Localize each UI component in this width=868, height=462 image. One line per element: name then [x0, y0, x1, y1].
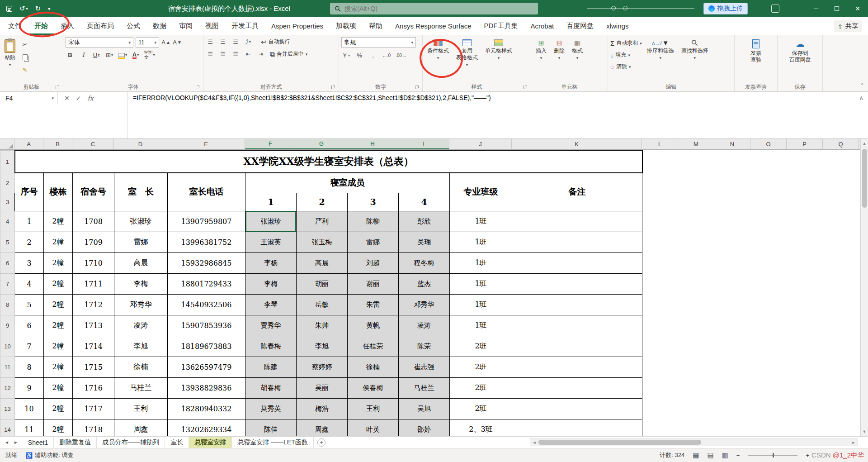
row-header-12[interactable]: 12 [0, 377, 15, 398]
cell-member[interactable]: 邓秀华 [399, 294, 450, 315]
empty-cell[interactable] [642, 211, 679, 232]
cell-phone[interactable]: 15907853936 [168, 315, 245, 336]
page-layout-view-icon[interactable]: ▤ [707, 451, 713, 459]
empty-cell[interactable] [642, 336, 679, 357]
empty-cell[interactable] [823, 315, 859, 336]
cell-num[interactable]: 5 [15, 294, 44, 315]
cell-leader[interactable]: 邓秀华 [114, 294, 168, 315]
empty-cell[interactable] [787, 273, 823, 294]
search-box[interactable] [330, 3, 538, 14]
empty-cell[interactable] [751, 273, 787, 294]
name-box[interactable]: F4 ▾ [0, 92, 58, 105]
header-members[interactable]: 寝室成员 [245, 173, 450, 193]
cut-icon[interactable]: ✂ [20, 40, 29, 49]
empty-cell[interactable] [787, 377, 823, 398]
empty-cell[interactable] [787, 315, 823, 336]
cell-member[interactable]: 莫秀英 [245, 398, 297, 419]
vertical-scrollbar[interactable]: ▲ ▼ [860, 139, 868, 436]
empty-cell[interactable] [751, 193, 787, 211]
cell-member[interactable]: 岳敏 [297, 294, 348, 315]
dialog-launcher-icon[interactable] [56, 86, 59, 89]
zoom-slider[interactable] [748, 455, 797, 456]
header-member-4[interactable]: 4 [399, 193, 450, 211]
delete-cells-button[interactable]: ⊟ 删除 ▾ [552, 37, 567, 62]
row-header-5[interactable]: 5 [0, 232, 15, 252]
row-header-11[interactable]: 11 [0, 357, 15, 377]
phonetic-guide-icon[interactable]: wén文 ▾ [144, 50, 155, 60]
empty-cell[interactable] [715, 315, 751, 336]
cell-member[interactable]: 黄帆 [348, 315, 399, 336]
cell-note[interactable] [512, 336, 642, 357]
column-header-H[interactable]: H [347, 139, 398, 149]
row-header-2[interactable]: 2 [0, 173, 15, 193]
cell-building[interactable]: 2幢 [44, 232, 73, 252]
column-header-B[interactable]: B [43, 139, 72, 149]
collapse-formula-bar-icon[interactable]: ∧ [859, 95, 863, 101]
empty-cell[interactable] [715, 336, 751, 357]
cell-room[interactable]: 1716 [73, 377, 114, 398]
cell-building[interactable]: 2幢 [44, 377, 73, 398]
cell-num[interactable]: 7 [15, 336, 44, 357]
orientation-icon[interactable]: ⤴ ▾ [244, 37, 253, 47]
empty-cell[interactable] [823, 232, 859, 252]
empty-cell[interactable] [642, 232, 679, 252]
accounting-format-icon[interactable]: ￥ ▾ [341, 51, 350, 60]
column-header-D[interactable]: D [114, 139, 167, 149]
empty-cell[interactable] [823, 357, 859, 377]
column-header-E[interactable]: E [167, 139, 245, 149]
sheet-tab-6[interactable]: 总寝室安排 ——LET函数 [232, 437, 314, 448]
empty-cell[interactable] [679, 173, 715, 193]
empty-cell[interactable] [823, 173, 859, 193]
cell-member[interactable]: 胡春梅 [245, 377, 297, 398]
vertical-scroll-thumb[interactable] [862, 149, 867, 208]
ribbon-tab-11[interactable]: 帮助 [363, 17, 389, 35]
ribbon-tab-8[interactable]: 开发工具 [225, 17, 265, 35]
cell-class[interactable]: 2、3班 [450, 419, 512, 436]
align-bottom-icon[interactable]: ☰ [231, 37, 240, 47]
font-size-select[interactable]: 11▾ [136, 37, 159, 48]
empty-cell[interactable] [642, 173, 679, 193]
cell-member[interactable]: 吴瑞 [399, 232, 450, 252]
empty-cell[interactable] [787, 232, 823, 252]
cell-member[interactable]: 李琴 [245, 294, 297, 315]
column-header-G[interactable]: G [296, 139, 347, 149]
cell-leader[interactable]: 王利 [114, 398, 168, 419]
align-right-icon[interactable]: ☰ [231, 49, 240, 59]
empty-cell[interactable] [787, 150, 823, 173]
header-member-3[interactable]: 3 [348, 193, 399, 211]
insert-function-icon[interactable]: fx [87, 95, 93, 102]
cell-building[interactable]: 2幢 [44, 419, 73, 436]
insert-cells-button[interactable]: ⊞ 插入 ▾ [533, 37, 549, 62]
empty-cell[interactable] [823, 377, 859, 398]
empty-cell[interactable] [751, 294, 787, 315]
cell-member[interactable]: 朱帅 [297, 315, 348, 336]
empty-cell[interactable] [823, 252, 859, 273]
header-member-2[interactable]: 2 [297, 193, 348, 211]
underline-button[interactable]: U ▾ [92, 50, 101, 60]
column-header-A[interactable]: A [14, 139, 43, 149]
align-middle-icon[interactable]: ☰ [218, 37, 227, 47]
cell-member[interactable]: 刘超 [348, 252, 399, 273]
cell-num[interactable]: 8 [15, 357, 44, 377]
ribbon-tab-6[interactable]: 审阅 [173, 17, 199, 35]
cell-class[interactable]: 2班 [450, 336, 512, 357]
row-header-1[interactable]: 1 [0, 150, 15, 173]
cell-member[interactable]: 叶英 [348, 419, 399, 436]
empty-cell[interactable] [642, 398, 679, 419]
cell-leader[interactable]: 李旭 [114, 336, 168, 357]
cell-building[interactable]: 2幢 [44, 336, 73, 357]
empty-cell[interactable] [679, 150, 715, 173]
table-title-cell[interactable]: XX学院XX级学生寝室安排表（总表） [15, 150, 642, 173]
ribbon-tab-14[interactable]: Acrobat [524, 17, 561, 35]
align-center-icon[interactable]: ☰ [218, 49, 227, 59]
empty-cell[interactable] [751, 357, 787, 377]
fill-button[interactable]: ↓填充▾ [610, 50, 642, 60]
cell-class[interactable]: 1班 [450, 211, 512, 232]
empty-cell[interactable] [787, 211, 823, 232]
column-header-P[interactable]: P [787, 139, 823, 149]
cell-member[interactable]: 陈春梅 [245, 336, 297, 357]
page-break-view-icon[interactable]: ▥ [722, 451, 728, 459]
scroll-left-icon[interactable]: ◄ [530, 440, 538, 445]
cell-room[interactable]: 1715 [73, 357, 114, 377]
cancel-formula-icon[interactable]: ✕ [64, 95, 70, 102]
